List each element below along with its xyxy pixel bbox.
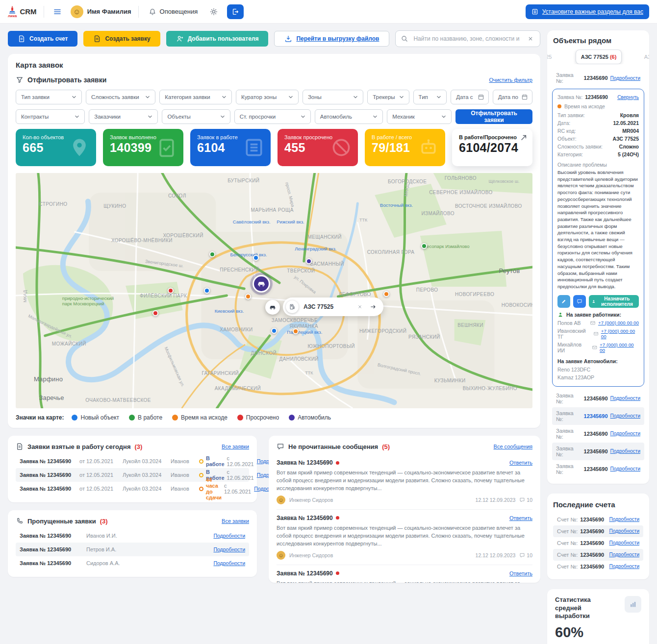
chat-button[interactable] (573, 295, 586, 308)
apply-filter-button[interactable]: Отфильтровать заявки (455, 109, 532, 124)
panel-count: (3) (100, 518, 108, 525)
chevron-down-icon (435, 94, 442, 100)
map-place-label: МКАД (23, 290, 27, 302)
worker-phone-link[interactable]: +7 (000) 000 00 00 (601, 328, 639, 339)
map-marker[interactable] (293, 328, 299, 334)
calendar-icon (478, 94, 484, 100)
details-link[interactable]: Подробности (213, 533, 245, 539)
worker-phone-link[interactable]: +7 (000) 000 00 00 (598, 320, 639, 325)
filter-select[interactable]: Дата с (451, 90, 489, 104)
clear-filter-link[interactable]: Очистить фильтр (489, 77, 532, 83)
details-link[interactable]: Подробности (610, 75, 640, 81)
all-requests-link[interactable]: Все заявки (222, 518, 249, 524)
worker-phone-link[interactable]: +7 (000) 000 00 00 (600, 342, 639, 353)
filter-select[interactable]: Ст. просрочки (234, 109, 311, 124)
filter-select[interactable]: Тип заявки (16, 90, 82, 104)
map[interactable]: СТРОГИНО ЩУКИНО СОКОЛ БУТЫРСКИЙ МАРЬИНА … (16, 173, 532, 408)
map-marker[interactable] (253, 255, 259, 261)
filter-select[interactable]: Сложность заявки (86, 90, 155, 104)
details-link[interactable]: Подробности (213, 546, 245, 552)
map-marker[interactable] (271, 328, 277, 334)
filter-select[interactable]: Дата по (493, 90, 532, 104)
request-number: 12345690 (584, 75, 608, 81)
edit-button[interactable] (557, 295, 570, 308)
document-icon (16, 443, 24, 450)
unread-dot (336, 571, 339, 575)
map-marker[interactable] (265, 300, 280, 315)
details-link[interactable]: Подробности (213, 560, 245, 566)
popup-close-button[interactable] (356, 303, 364, 311)
file-export-button[interactable]: Перейти в выгрузку файлов (274, 31, 389, 47)
filter-label: Трекеры (373, 94, 395, 100)
details-link[interactable]: Подробности (610, 431, 640, 436)
all-requests-link[interactable]: Все заявки (222, 444, 249, 449)
filter-select[interactable]: Автомобиль (315, 109, 383, 124)
reply-link[interactable]: Ответить (509, 515, 532, 521)
all-messages-link[interactable]: Все сообщения (494, 444, 532, 449)
search-input[interactable] (412, 35, 522, 43)
map-place-label: МАРЬИНА РОЩА (251, 207, 294, 213)
filter-select[interactable]: Категория заявки (159, 90, 232, 104)
notifications-button[interactable]: Оповещения (146, 7, 201, 16)
details-link[interactable]: Подробности (609, 564, 639, 569)
details-link[interactable]: Подробности (609, 540, 639, 545)
filter-select[interactable]: Заказчики (89, 109, 158, 124)
message-request-number: Заявка № 12345690 (277, 515, 333, 521)
menu-button[interactable] (51, 5, 64, 18)
create-invoice-button[interactable]: Создать счет (8, 31, 77, 47)
app-logo[interactable]: лика CRM (8, 5, 37, 18)
details-link[interactable]: Подробности (609, 552, 639, 557)
map-marker[interactable] (421, 243, 427, 249)
map-marker[interactable] (245, 294, 251, 299)
add-user-button[interactable]: Добавить пользователя (166, 31, 269, 47)
details-link[interactable]: Подробности (610, 466, 640, 471)
map-marker[interactable] (204, 288, 210, 294)
reply-link[interactable]: Ответить (509, 460, 532, 466)
invoice-number: 12345690 (580, 564, 604, 570)
object-tab[interactable]: 7525 (547, 50, 558, 64)
assign-executor-button[interactable]: Назначить исполнителя (589, 295, 639, 308)
request-status: 44 часа до сдачи с 12.05.2021 (199, 477, 251, 500)
chat-icon (577, 298, 582, 304)
reply-link[interactable]: Ответить (509, 570, 532, 576)
filter-select[interactable]: Тип (413, 90, 447, 104)
filter-select[interactable]: Объекты (162, 109, 230, 124)
details-link[interactable]: Подробности (610, 448, 640, 454)
map-place-label: СОКОЛ (168, 193, 186, 198)
vehicle-row: Reno 123DFC (557, 366, 639, 373)
details-link[interactable]: Подробности (610, 396, 640, 401)
message-author: Инженер Сидоров (289, 552, 333, 558)
setup-sections-button[interactable]: Установите важные разделы для вас (526, 4, 649, 19)
map-place-label: Белорусский вкз. (230, 252, 267, 257)
popup-open-button[interactable] (369, 302, 378, 311)
details-link[interactable]: Подробности (609, 528, 639, 534)
map-marker[interactable] (383, 291, 389, 297)
map-marker[interactable] (306, 258, 312, 264)
request-number: Заявка № 12345690 (20, 533, 83, 539)
request-number: Заявка № 12345690 (20, 472, 76, 478)
filter-select[interactable]: Куратор зоны (236, 90, 299, 104)
details-link[interactable]: Подробности (609, 517, 639, 522)
settings-button[interactable] (207, 5, 220, 18)
details-link[interactable]: Подробности (610, 413, 640, 419)
logout-button[interactable] (227, 4, 244, 19)
map-marker[interactable] (168, 288, 174, 294)
message-body: Вот вам яркий пример современных тенденц… (277, 580, 532, 583)
filter-select[interactable]: Контракты (16, 109, 85, 124)
search-clear-button[interactable] (526, 34, 535, 43)
vehicle-row: Kamaz 123АОР (557, 373, 639, 381)
filter-select[interactable]: Механик (387, 109, 452, 124)
user-menu[interactable]: ☺ Имя Фамилия (71, 5, 131, 18)
map-marker[interactable] (152, 310, 158, 316)
collapse-link[interactable]: Свернуть (617, 95, 639, 100)
legend-item: Новый объект (72, 414, 119, 421)
filter-select[interactable]: Трекеры (367, 90, 409, 104)
calendar-icon (521, 94, 528, 100)
map-marker[interactable] (253, 275, 270, 293)
map-marker[interactable] (209, 251, 215, 257)
request-number: 12345690 (584, 431, 608, 437)
object-tab[interactable]: АЗС 77525 (6) (576, 50, 622, 64)
filter-select[interactable]: Зоны (303, 90, 363, 104)
create-request-button[interactable]: Создать заявку (83, 31, 160, 47)
object-tab[interactable]: АЗО (639, 50, 649, 64)
